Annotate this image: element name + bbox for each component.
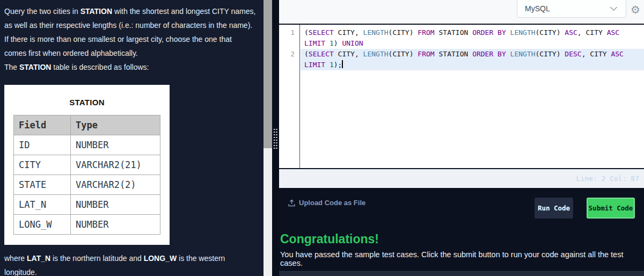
table-cell: NUMBER bbox=[71, 195, 160, 215]
submit-code-button[interactable]: Submit Code bbox=[587, 198, 635, 219]
code-token: LIMIT bbox=[304, 39, 325, 47]
cursor-position-label: Line: 2 Col: 87 bbox=[576, 169, 639, 188]
table-cell: VARCHAR2(21) bbox=[71, 155, 160, 175]
code-editor[interactable]: 12 (SELECT CITY, LENGTH(CITY) FROM STATI… bbox=[279, 25, 644, 168]
code-token: LENGTH bbox=[510, 50, 536, 58]
divider-grip-icon[interactable] bbox=[273, 128, 278, 149]
code-token: (CITY) bbox=[389, 50, 418, 58]
code-token: ( bbox=[304, 50, 309, 58]
bold-text: LAT_N bbox=[27, 254, 50, 263]
table-header-row: Field Type bbox=[14, 115, 160, 135]
text: comes first when ordered alphabetically. bbox=[4, 49, 138, 57]
code-token: FROM bbox=[418, 28, 434, 37]
table-row: LAT_NNUMBER bbox=[14, 195, 160, 215]
code-token: CITY, bbox=[334, 28, 363, 37]
code-token: ORDER bbox=[472, 50, 493, 58]
code-token: (CITY) bbox=[536, 50, 565, 58]
code-line[interactable]: LIMIT 1); bbox=[301, 60, 644, 70]
upload-code-button[interactable]: Upload Code as File bbox=[288, 199, 365, 207]
text: as well as their respective lengths (i.e… bbox=[4, 21, 252, 30]
code-token: ASC bbox=[565, 28, 577, 37]
station-schema-table: Field Type IDNUMBERCITYVARCHAR2(21)STATE… bbox=[13, 115, 160, 235]
code-token bbox=[493, 28, 497, 37]
code-token: 1 bbox=[330, 61, 334, 69]
code-token: ASC bbox=[607, 28, 619, 37]
code-token: CITY, bbox=[334, 50, 363, 58]
left-panel-scrollbar-track[interactable] bbox=[264, 0, 272, 276]
panel-divider bbox=[272, 0, 279, 276]
code-token: STATION bbox=[435, 50, 472, 58]
problem-statement: Query the two cities in STATION with the… bbox=[4, 4, 264, 74]
editor-code-area[interactable]: (SELECT CITY, LENGTH(CITY) FROM STATION … bbox=[301, 25, 644, 70]
code-token bbox=[493, 50, 497, 58]
code-token: 1 bbox=[330, 39, 334, 47]
table-cell: NUMBER bbox=[71, 215, 160, 235]
line-number: 2 bbox=[290, 49, 295, 60]
column-header-type: Type bbox=[71, 115, 160, 135]
code-token: ORDER bbox=[472, 28, 493, 37]
table-row: STATEVARCHAR2(2) bbox=[14, 175, 160, 195]
bold-text: LONG_W bbox=[144, 254, 177, 263]
editor-toolbar: MySQL ⚙ bbox=[279, 0, 644, 25]
code-token: LIMIT bbox=[304, 61, 325, 69]
table-cell: VARCHAR2(2) bbox=[71, 175, 160, 195]
code-panel: MySQL ⚙ 12 (SELECT CITY, LENGTH(CITY) FR… bbox=[279, 0, 644, 276]
text: longitude. bbox=[4, 268, 37, 276]
table-cell: NUMBER bbox=[71, 135, 160, 155]
code-token: BY bbox=[497, 50, 506, 58]
left-panel-scrollbar-thumb[interactable] bbox=[264, 0, 272, 148]
code-token: (CITY) bbox=[536, 28, 565, 37]
text-line: The STATION table is described as follow… bbox=[4, 60, 264, 74]
code-token: (CITY) bbox=[389, 28, 418, 37]
language-select-value: MySQL bbox=[525, 4, 550, 13]
upload-icon bbox=[288, 199, 295, 207]
column-header-field: Field bbox=[14, 115, 71, 135]
code-line[interactable]: (SELECT CITY, LENGTH(CITY) FROM STATION … bbox=[301, 49, 644, 60]
code-token: DESC bbox=[565, 50, 581, 58]
code-token: LENGTH bbox=[510, 28, 536, 37]
code-token: LENGTH bbox=[363, 28, 389, 37]
table-cell: LONG_W bbox=[14, 215, 71, 235]
table-cell: LAT_N bbox=[14, 195, 71, 215]
chevron-down-icon bbox=[610, 4, 617, 11]
text: If there is more than one smallest or la… bbox=[4, 35, 232, 43]
gear-icon[interactable]: ⚙ bbox=[631, 2, 640, 18]
table-row: CITYVARCHAR2(21) bbox=[14, 155, 160, 175]
problem-panel: Query the two cities in STATION with the… bbox=[0, 0, 264, 276]
bold-text: STATION bbox=[19, 63, 51, 71]
code-token: BY bbox=[497, 28, 506, 37]
text: where bbox=[4, 254, 27, 263]
text-line: longitude. bbox=[4, 265, 264, 276]
table-row: IDNUMBER bbox=[14, 135, 160, 155]
code-token bbox=[506, 50, 510, 58]
table-row: LONG_WNUMBER bbox=[14, 215, 160, 235]
code-token: LENGTH bbox=[363, 50, 389, 58]
code-token: ASC bbox=[611, 50, 623, 58]
language-select[interactable]: MySQL bbox=[517, 0, 626, 18]
app-window: Query the two cities in STATION with the… bbox=[0, 0, 644, 276]
code-token: , CITY bbox=[577, 28, 607, 37]
code-token: UNION bbox=[342, 39, 363, 47]
run-code-button[interactable]: Run Code bbox=[535, 198, 573, 219]
text-cursor bbox=[342, 60, 343, 68]
code-token: ( bbox=[304, 28, 309, 37]
footer-note: where LAT_N is the northern latitude and… bbox=[4, 251, 264, 276]
code-token: ); bbox=[334, 61, 342, 69]
text-line: If there is more than one smallest or la… bbox=[4, 32, 264, 46]
congratulations-message: You have passed the sample test cases. C… bbox=[280, 250, 644, 267]
text: is the northern latitude and bbox=[50, 254, 144, 263]
text-line: Query the two cities in STATION with the… bbox=[4, 4, 264, 18]
text: Query the two cities in bbox=[4, 7, 80, 16]
text-line: comes first when ordered alphabetically. bbox=[4, 46, 264, 60]
code-token bbox=[325, 39, 330, 47]
line-number: 1 bbox=[290, 27, 295, 38]
code-token: ) bbox=[334, 39, 342, 47]
editor-statusbar: Line: 2 Col: 87 bbox=[279, 169, 644, 188]
code-token: SELECT bbox=[309, 28, 334, 37]
text: is the western bbox=[177, 254, 225, 263]
code-line[interactable]: LIMIT 1) UNION bbox=[301, 38, 644, 49]
code-token: FROM bbox=[418, 50, 434, 58]
editor-gutter: 12 bbox=[279, 25, 300, 168]
text: with the shortest and longest CITY names… bbox=[112, 7, 255, 16]
code-line[interactable]: (SELECT CITY, LENGTH(CITY) FROM STATION … bbox=[301, 27, 644, 38]
